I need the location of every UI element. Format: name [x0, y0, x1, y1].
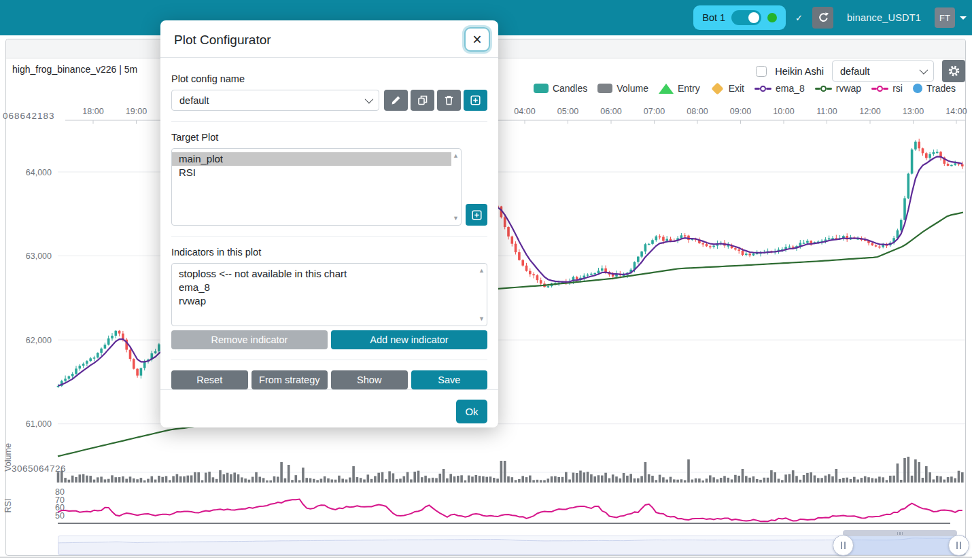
time-axis-label: 07:00	[644, 107, 665, 116]
legend-item-ema_8[interactable]: ema_8	[754, 83, 805, 94]
legend-label: Entry	[678, 83, 700, 94]
price-axis-label: 61,000	[26, 419, 52, 429]
legend-item-Trades[interactable]: Trades	[913, 83, 956, 94]
plus-square-icon	[471, 209, 483, 221]
indicators-label: Indicators in this plot	[171, 247, 487, 258]
legend-label: rvwap	[836, 83, 861, 94]
legend-item-Exit[interactable]: Exit	[710, 83, 744, 94]
scroll-up-icon[interactable]: ▲	[453, 152, 459, 159]
bot-online-status-dot	[767, 13, 777, 22]
config-name-value: default	[179, 95, 209, 106]
trades-legend-icon	[913, 84, 922, 93]
ok-button[interactable]: Ok	[456, 400, 487, 423]
rsi-axis-label: 50	[55, 511, 65, 521]
price-axis-label: 62,000	[26, 336, 52, 345]
bot-name-label: Bot 1	[702, 12, 725, 23]
volume-legend-icon	[597, 84, 612, 93]
heikin-ashi-checkbox[interactable]	[756, 66, 767, 77]
rsi-legend-icon	[871, 86, 888, 92]
remove-indicator-button[interactable]: Remove indicator	[171, 330, 328, 349]
datazoom-right-handle[interactable]	[948, 535, 969, 556]
datazoom-left-handle[interactable]	[833, 535, 854, 556]
close-button[interactable]: ×	[464, 27, 490, 52]
indicator-option[interactable]: rvwap	[172, 294, 477, 308]
show-button[interactable]: Show	[331, 370, 408, 389]
delete-config-button[interactable]	[437, 90, 461, 111]
target-plot-label: Target Plot	[171, 132, 487, 143]
chevron-down-icon	[920, 66, 928, 75]
rvwap-legend-icon	[815, 86, 832, 92]
bot-enable-toggle[interactable]	[731, 10, 761, 25]
time-axis-label: 11:00	[816, 107, 837, 116]
chart-legend: CandlesVolumeEntryExitema_8rvwaprsiTrade…	[534, 83, 956, 94]
modal-title: Plot Configurator	[174, 33, 485, 48]
target-plot-listbox[interactable]: main_plotRSI ▲ ▼	[171, 148, 462, 226]
bot-selector-chip[interactable]: Bot 1	[693, 5, 786, 30]
time-axis-label: 19:00	[126, 107, 147, 116]
legend-label: Trades	[926, 83, 956, 94]
rsi-axis-title: RSI	[3, 499, 13, 513]
legend-label: Exit	[729, 83, 744, 94]
time-axis-label: 13:00	[903, 107, 924, 116]
legend-label: Volume	[617, 83, 648, 94]
legend-item-rvwap[interactable]: rvwap	[815, 83, 861, 94]
time-axis-label: 08:00	[687, 107, 708, 116]
plot-settings-button[interactable]	[942, 60, 965, 82]
legend-label: Candles	[553, 83, 587, 94]
scroll-up-icon[interactable]: ▲	[479, 267, 485, 274]
save-button[interactable]: Save	[411, 370, 488, 389]
legend-item-Entry[interactable]: Entry	[659, 83, 700, 94]
user-menu[interactable]: FT	[935, 7, 967, 28]
volume-axis-title: Volume	[3, 443, 13, 472]
avatar: FT	[935, 7, 955, 28]
trash-icon	[443, 94, 455, 106]
heikin-ashi-label: Heikin Ashi	[775, 66, 824, 77]
time-axis-label: 06:00	[600, 107, 621, 116]
plot-config-select-value: default	[840, 66, 870, 77]
scroll-down-icon[interactable]: ▼	[479, 315, 485, 322]
edit-config-button[interactable]	[384, 90, 408, 111]
price-axis-label: 63,000	[26, 251, 52, 261]
plus-square-icon	[470, 94, 481, 106]
chevron-down-icon	[365, 95, 374, 104]
time-axis-label: 12:00	[859, 107, 880, 116]
target-plot-option[interactable]: main_plot	[172, 152, 451, 166]
exchange-account-label: binance_USDT1	[847, 12, 921, 23]
scroll-down-icon[interactable]: ▼	[453, 215, 459, 222]
add-config-button[interactable]	[464, 90, 487, 111]
from-strategy-button[interactable]: From strategy	[251, 370, 328, 389]
refresh-button[interactable]	[812, 7, 833, 29]
config-name-label: Plot config name	[171, 73, 487, 84]
plot-config-select[interactable]: default	[832, 60, 934, 82]
copy-icon	[417, 94, 428, 106]
gear-icon	[948, 65, 960, 77]
check-icon: ✓	[795, 13, 803, 23]
chart-pair-title: high_frog_binance_v226 | 5m	[12, 64, 137, 75]
config-name-select[interactable]: default	[171, 90, 379, 111]
exit-legend-icon	[711, 82, 723, 94]
entry-legend-icon	[659, 84, 674, 94]
plot-configurator-modal: Plot Configurator × Plot config name def…	[160, 20, 498, 427]
legend-label: ema_8	[776, 83, 805, 94]
time-axis-label: 05:00	[557, 107, 578, 116]
rsi-line	[58, 500, 962, 522]
indicator-option[interactable]: ema_8	[172, 281, 477, 294]
chevron-down-icon	[960, 16, 967, 20]
legend-label: rsi	[892, 83, 903, 94]
time-axis-label: 04:00	[514, 107, 535, 116]
add-indicator-button[interactable]: Add new indicator	[331, 330, 487, 349]
indicators-listbox[interactable]: stoploss <-- not available in this chart…	[171, 263, 487, 326]
axis-max-value: 068642183	[3, 111, 55, 121]
legend-item-Volume[interactable]: Volume	[597, 83, 648, 94]
legend-item-Candles[interactable]: Candles	[534, 83, 587, 94]
target-plot-option[interactable]: RSI	[172, 166, 451, 179]
refresh-icon	[817, 12, 829, 24]
legend-item-rsi[interactable]: rsi	[871, 83, 903, 94]
duplicate-config-button[interactable]	[411, 90, 434, 111]
indicator-option[interactable]: stoploss <-- not available in this chart	[172, 267, 477, 281]
candles-legend-icon	[534, 84, 549, 93]
ema_8-legend-icon	[754, 86, 771, 92]
close-icon: ×	[472, 32, 481, 48]
reset-button[interactable]: Reset	[171, 370, 248, 389]
add-subplot-button[interactable]	[466, 204, 487, 226]
